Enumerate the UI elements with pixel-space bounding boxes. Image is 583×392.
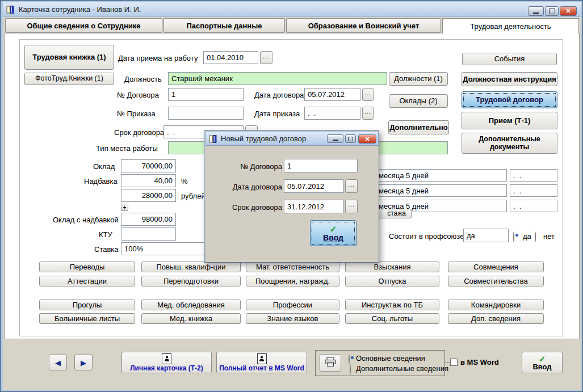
print-additional-radio[interactable] xyxy=(350,364,351,375)
rate-label: Ставка xyxy=(94,245,119,254)
minimize-button[interactable] xyxy=(528,6,544,16)
next-employee-button[interactable]: ▶ xyxy=(74,355,93,370)
med-examinations-button[interactable]: Мед. обследования xyxy=(141,300,241,310)
ellipsis-icon: ... xyxy=(364,109,371,116)
seniority-date-2[interactable] xyxy=(510,184,557,197)
part-time-button[interactable]: Совместительства xyxy=(448,276,544,286)
combinations-button[interactable]: Совмещения xyxy=(448,262,544,272)
books-icon xyxy=(6,5,15,14)
hire-date-input[interactable] xyxy=(203,51,258,64)
safety-training-button[interactable]: Инструктаж по ТБ xyxy=(345,300,439,310)
dialog-maximize-button[interactable] xyxy=(345,134,356,143)
events-button[interactable]: События xyxy=(462,53,557,65)
prev-employee-button[interactable]: ◀ xyxy=(49,355,67,370)
union-input[interactable] xyxy=(463,229,509,242)
business-trips-button[interactable]: Командировки xyxy=(448,300,544,310)
full-report-word-button[interactable]: Полный отчет в MS Word xyxy=(216,352,307,373)
salaries-button[interactable]: Оклады (2) xyxy=(389,94,448,108)
job-instruction-button[interactable]: Должностная инструкция xyxy=(462,72,557,86)
position-input[interactable] xyxy=(168,72,387,85)
union-yes-radio[interactable] xyxy=(513,231,514,242)
sick-leaves-button[interactable]: Больничные листы xyxy=(39,313,135,324)
union-no-radio[interactable] xyxy=(535,231,536,242)
tab-education-military[interactable]: Образование и Воинский учет xyxy=(286,18,441,33)
dialog-contract-term-picker-button[interactable]: ... xyxy=(345,200,358,213)
hire-date-picker-button[interactable]: ... xyxy=(260,51,272,64)
order-no-input[interactable] xyxy=(168,107,244,120)
photo-work-books-button[interactable]: ФотоТруд.Книжки (1) xyxy=(24,73,114,85)
dialog-contract-date-input[interactable] xyxy=(284,179,343,193)
penalties-button[interactable]: Взыскания xyxy=(345,262,439,272)
dialog-submit-label: Ввод xyxy=(323,234,343,242)
dialog-close-button[interactable]: ✕ xyxy=(358,134,376,144)
qualification-button[interactable]: Повыш. квалиф-ции xyxy=(141,262,241,272)
social-benefits-button[interactable]: Соц. льготы xyxy=(345,313,439,324)
dialog-contract-term-input[interactable] xyxy=(284,200,343,213)
languages-button[interactable]: Знание языков xyxy=(246,313,339,324)
ellipsis-icon: ... xyxy=(364,90,371,97)
med-book-button[interactable]: Мед. книжка xyxy=(141,313,241,324)
seniority-calc-label: стажа xyxy=(387,210,406,217)
tab-label: Трудовая деятельность xyxy=(470,22,551,31)
work-book-label: Трудовая книжка (1) xyxy=(32,53,106,61)
additional-info-button[interactable]: Доп. сведения xyxy=(448,313,544,324)
ktu-input[interactable] xyxy=(121,227,176,241)
window-title: Карточка сотрудника - Иванов И. И. xyxy=(19,2,141,17)
button-label: Аттестации xyxy=(68,277,107,285)
awards-button[interactable]: Поощрения, награжд. xyxy=(246,276,339,286)
add-allowance-button[interactable]: + xyxy=(121,204,128,211)
seniority-text-2[interactable] xyxy=(375,184,507,197)
dialog-contract-no-input[interactable] xyxy=(284,159,358,172)
retraining-button[interactable]: Переподготовки xyxy=(141,276,241,286)
labor-contract-button[interactable]: Трудовой договор xyxy=(462,91,557,108)
union-no-label: нет xyxy=(543,232,555,241)
allowance-percent-input[interactable] xyxy=(121,174,176,187)
button-label: Отпуска xyxy=(378,277,406,285)
word-checkbox[interactable] xyxy=(450,359,458,366)
seniority-date-1[interactable] xyxy=(510,169,557,182)
labor-contract-label: Трудовой договор xyxy=(476,96,543,104)
salary-input[interactable] xyxy=(121,159,176,172)
absences-button[interactable]: Прогулы xyxy=(39,300,135,310)
order-date-input[interactable] xyxy=(304,107,360,120)
additional-button[interactable]: Дополнительно xyxy=(388,120,449,134)
positions-list-button[interactable]: Должности (1) xyxy=(389,72,448,86)
professions-button[interactable]: Профессии xyxy=(246,300,339,310)
print-main-label: Основные сведения xyxy=(356,354,425,363)
order-no-label: № Приказа xyxy=(117,109,156,118)
dialog-submit-button[interactable]: ✓ Ввод xyxy=(310,220,356,246)
connector-line xyxy=(445,362,450,363)
contract-date-input[interactable] xyxy=(304,88,360,101)
rub-unit-label: рублей xyxy=(181,192,205,200)
dialog-minimize-button[interactable] xyxy=(327,134,343,143)
hire-date-label: Дата приема на работу xyxy=(118,54,198,62)
submit-button[interactable]: ✓ Ввод xyxy=(522,352,563,373)
tab-passport-data[interactable]: Паспортные данные xyxy=(163,18,285,33)
tab-general-info[interactable]: Общие сведения о Сотруднике xyxy=(5,18,162,33)
maximize-button[interactable] xyxy=(545,6,559,16)
transfers-button[interactable]: Переводы xyxy=(39,262,135,272)
dialog-contract-no-label: № Договора xyxy=(228,162,282,171)
tab-work-activity[interactable]: Трудовая деятельность xyxy=(442,18,579,33)
work-book-button[interactable]: Трудовая книжка (1) xyxy=(24,45,114,70)
contract-date-picker-button[interactable]: ... xyxy=(362,88,374,101)
job-instruction-label: Должностная инструкция xyxy=(463,75,556,83)
order-date-picker-button[interactable]: ... xyxy=(362,107,374,120)
salary-with-allowance-input[interactable] xyxy=(121,213,176,226)
seniority-text-1[interactable] xyxy=(375,169,507,182)
mat-responsibility-button[interactable]: Мат. ответственность xyxy=(246,262,339,272)
personal-card-t2-button[interactable]: Личная карточка (Т-2) xyxy=(121,352,212,373)
allowance-rub-input[interactable] xyxy=(121,189,176,202)
seniority-date-3[interactable] xyxy=(510,200,557,212)
ellipsis-icon: ... xyxy=(263,53,270,60)
dialog-contract-date-picker-button[interactable]: ... xyxy=(345,179,358,193)
print-main-radio[interactable] xyxy=(349,354,350,365)
close-button[interactable]: ✕ xyxy=(560,6,577,16)
additional-docs-button[interactable]: Дополнительные документы xyxy=(462,133,557,154)
print-button[interactable] xyxy=(320,354,341,372)
button-label: Инструктаж по ТБ xyxy=(362,301,423,309)
attestations-button[interactable]: Аттестации xyxy=(39,276,135,286)
contract-no-input[interactable] xyxy=(168,88,244,101)
vacations-button[interactable]: Отпуска xyxy=(345,276,439,286)
hiring-t1-button[interactable]: Прием (Т-1) xyxy=(462,112,557,129)
